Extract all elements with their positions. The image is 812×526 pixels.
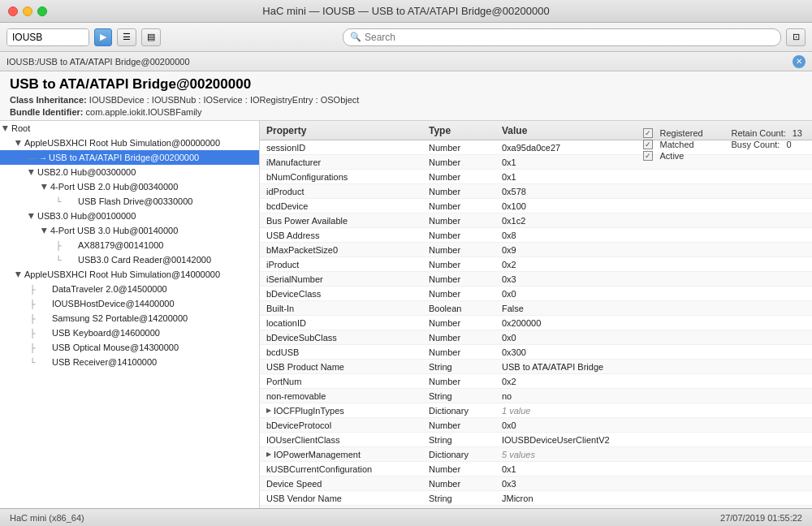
table-row[interactable]: Device SpeedNumber0x3 xyxy=(260,476,812,491)
prop-expand-icon[interactable]: ▶ xyxy=(266,451,271,458)
prop-type-cell: Number xyxy=(429,289,502,299)
prop-value-cell: 0x578 xyxy=(502,187,806,196)
prop-type-cell: String xyxy=(429,362,502,372)
tree-item-label: IOUSBHostDevice@14400000 xyxy=(52,299,175,308)
table-row[interactable]: bMaxPacketSize0Number0x9 xyxy=(260,243,812,257)
table-row[interactable]: Bus Power AvailableNumber0x1c2 xyxy=(260,213,812,228)
active-checkbox[interactable]: ✓ xyxy=(643,151,653,161)
table-row[interactable]: IOUserClientClassStringIOUSBDeviceUserCl… xyxy=(260,433,812,447)
table-row[interactable]: USB AddressNumber0x8 xyxy=(260,228,812,243)
class-label: Class Inheritance: xyxy=(10,95,87,105)
col-property: Property xyxy=(266,125,429,136)
table-row[interactable]: iSerialNumberNumber0x3 xyxy=(260,272,812,287)
prop-value-cell: False xyxy=(502,304,806,313)
prop-property-cell: idProduct xyxy=(266,187,429,196)
tree-item[interactable]: ▶4-Port USB 3.0 Hub@00140000 xyxy=(0,223,259,238)
table-row[interactable]: kUSBCurrentConfigurationNumber0x1 xyxy=(260,462,812,476)
table-row[interactable]: idProductNumber0x578 xyxy=(260,184,812,199)
tree-item[interactable]: ▶4-Port USB 2.0 Hub@00340000 xyxy=(0,179,259,194)
maximize-button[interactable] xyxy=(37,6,47,16)
table-row[interactable]: locationIDNumber0x200000 xyxy=(260,316,812,330)
prop-property-cell: sessionID xyxy=(266,143,429,153)
prop-value-cell: 0x1 xyxy=(502,172,806,182)
tree-item[interactable]: ├DataTraveler 2.0@14500000 xyxy=(0,282,259,296)
search-input[interactable] xyxy=(365,32,774,43)
statusbar-right: 27/07/2019 01:55:22 xyxy=(720,513,802,523)
table-row[interactable]: Built-InBooleanFalse xyxy=(260,301,812,316)
filter-input[interactable] xyxy=(7,29,89,45)
prop-type-cell: String xyxy=(429,391,502,401)
table-row[interactable]: bDeviceSubClassNumber0x0 xyxy=(260,330,812,345)
col-type: Type xyxy=(429,125,502,136)
tree-item[interactable]: ▶Root xyxy=(0,121,259,136)
prop-type-cell: Dictionary xyxy=(429,406,502,416)
prop-expand-icon[interactable]: ▶ xyxy=(266,407,271,414)
tree-connector-icon: ├ xyxy=(26,285,39,294)
prop-type-cell: Number xyxy=(429,172,502,182)
matched-row: ✓ Matched Busy Count: 0 xyxy=(643,140,802,149)
detail-view-button[interactable]: ▤ xyxy=(141,28,161,46)
prop-value-cell: no xyxy=(502,391,806,401)
tree-item[interactable]: └USB3.0 Card Reader@00142000 xyxy=(0,252,259,267)
toolbar: ▶ ☰ ▤ 🔍 ⊡ xyxy=(0,23,812,52)
tree-item[interactable]: ├IOUSBHostDevice@14400000 xyxy=(0,296,259,311)
prop-type-cell: Number xyxy=(429,201,502,211)
table-row[interactable]: PortNumNumber0x2 xyxy=(260,374,812,389)
sidebar-toggle-button[interactable]: ⊡ xyxy=(786,28,806,46)
filter-button[interactable]: ▶ xyxy=(94,28,112,46)
matched-checkbox[interactable]: ✓ xyxy=(643,140,653,149)
busy-count-label: Busy Count: xyxy=(731,140,780,149)
registered-checkbox[interactable]: ✓ xyxy=(643,128,653,138)
prop-type-cell: String xyxy=(429,435,502,445)
tree-expand-icon[interactable]: ▶ xyxy=(0,123,11,134)
list-view-button[interactable]: ☰ xyxy=(117,28,136,46)
minimize-button[interactable] xyxy=(23,6,32,16)
class-inheritance: Class Inheritance: IOUSBDevice : IOUSBNu… xyxy=(10,95,802,105)
table-row[interactable]: bDeviceProtocolNumber0x0 xyxy=(260,418,812,433)
close-button[interactable] xyxy=(8,6,18,16)
class-value: IOUSBDevice : IOUSBNub : IOService : IOR… xyxy=(89,95,360,105)
tree-item[interactable]: ▶AppleUSBXHCI Root Hub Simulation@140000… xyxy=(0,267,259,282)
tree-pane[interactable]: ▶Root▶AppleUSBXHCI Root Hub Simulation@0… xyxy=(0,121,260,508)
property-table[interactable]: sessionIDNumber0xa95da0ce27iManufacturer… xyxy=(260,140,812,508)
table-row[interactable]: USB Product NameStringUSB to ATA/ATAPI B… xyxy=(260,360,812,374)
search-icon: 🔍 xyxy=(350,32,361,42)
table-row[interactable]: bDeviceClassNumber0x0 xyxy=(260,287,812,301)
tree-item[interactable]: ├AX88179@00141000 xyxy=(0,238,259,252)
prop-property-cell: bNumConfigurations xyxy=(266,172,429,182)
table-row[interactable]: non-removableStringno xyxy=(260,389,812,403)
table-row[interactable]: ▶ IOPowerManagementDictionary5 values xyxy=(260,447,812,462)
prop-value-cell: 5 values xyxy=(502,450,806,459)
tree-item[interactable]: ├USB Optical Mouse@14300000 xyxy=(0,340,259,355)
tree-expand-icon[interactable]: ▶ xyxy=(26,166,37,178)
table-row[interactable]: bNumConfigurationsNumber0x1 xyxy=(260,170,812,184)
table-row[interactable]: bcdUSBNumber0x300 xyxy=(260,345,812,360)
tree-item[interactable]: —→USB to ATA/ATAPI Bridge@00200000 xyxy=(0,150,259,165)
prop-value-cell: 0x8 xyxy=(502,231,806,240)
table-row[interactable]: bcdDeviceNumber0x100 xyxy=(260,199,812,213)
tree-arrow-icon: → xyxy=(39,153,47,162)
tree-expand-icon[interactable]: ▶ xyxy=(39,181,50,192)
prop-property-cell: bcdUSB xyxy=(266,347,429,357)
pathbar-text: IOUSB:/USB to ATA/ATAPI Bridge@00200000 xyxy=(6,57,190,67)
traffic-lights xyxy=(8,6,47,16)
tree-item[interactable]: ▶AppleUSBXHCI Root Hub Simulation@000000… xyxy=(0,136,259,150)
tree-item[interactable]: └USB Flash Drive@00330000 xyxy=(0,194,259,209)
tree-item[interactable]: └USB Receiver@14100000 xyxy=(0,355,259,369)
tree-item-label: USB Flash Drive@00330000 xyxy=(78,196,192,206)
tree-expand-icon[interactable]: ▶ xyxy=(39,225,50,236)
tree-expand-icon[interactable]: ▶ xyxy=(13,269,24,280)
table-row[interactable]: ▶ IOCFPlugInTypesDictionary1 value xyxy=(260,403,812,418)
tree-expand-icon[interactable]: ▶ xyxy=(13,137,24,149)
prop-value-cell: 0x100 xyxy=(502,201,806,211)
tree-item[interactable]: ▶USB3.0 Hub@00100000 xyxy=(0,209,259,223)
tree-item[interactable]: ├Samsung S2 Portable@14200000 xyxy=(0,311,259,326)
pathbar-clear-button[interactable]: ✕ xyxy=(793,55,806,68)
tree-item[interactable]: ▶USB2.0 Hub@00300000 xyxy=(0,165,259,179)
retain-count-label: Retain Count: xyxy=(731,128,785,138)
tree-connector-icon: ├ xyxy=(26,300,39,308)
table-row[interactable]: USB Vendor NameStringJMicron xyxy=(260,491,812,506)
tree-item[interactable]: ├USB Keyboard@14600000 xyxy=(0,326,259,340)
tree-expand-icon[interactable]: ▶ xyxy=(26,210,37,222)
table-row[interactable]: iProductNumber0x2 xyxy=(260,257,812,272)
